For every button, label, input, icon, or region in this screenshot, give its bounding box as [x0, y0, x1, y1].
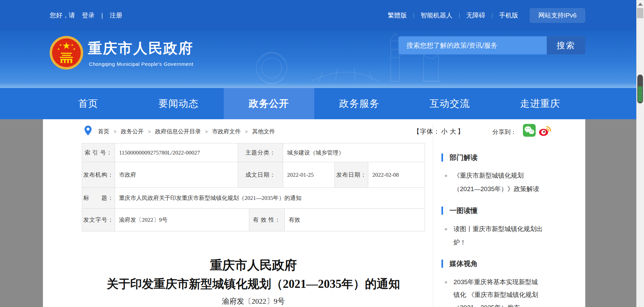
- national-emblem-logo[interactable]: ★ ★ ★ ★: [49, 36, 84, 70]
- scrollbar-thumb[interactable]: [637, 8, 643, 18]
- main-nav-items: 首页 要闻动态 政务公开 政务服务 互动交流 走进重庆: [43, 88, 585, 119]
- sidebar-link-policy-interpretation[interactable]: （2021—2035年）》政策解读: [453, 182, 539, 196]
- scrollbar-track[interactable]: [636, 0, 644, 307]
- breadcrumb-info-catalog[interactable]: 政府信息公开目录: [155, 128, 201, 135]
- font-size-widget: 【字体：小大】: [413, 127, 464, 136]
- scroll-indicator-stripes: [638, 87, 642, 102]
- meta-label-doc-number: 发文字号：: [82, 209, 115, 231]
- meta-value-written-date: 2022-01-25: [283, 162, 335, 187]
- accessibility-link[interactable]: 无障碍: [466, 11, 485, 20]
- bullet-dot: [445, 281, 447, 283]
- breadcrumb-separator: >: [114, 129, 116, 134]
- greeting-text: 您好，请: [50, 11, 75, 20]
- sidebar-link-policy-interpretation[interactable]: 《重庆市新型城镇化规划: [453, 169, 524, 182]
- sidebar-link-infographic[interactable]: 读图丨重庆市新型城镇化规划出: [453, 222, 543, 236]
- meta-label-topic: 主题分类：: [238, 143, 283, 162]
- doc-meta-table: 索 引 号： 11500000009275780L/2022-00027 主题分…: [82, 143, 425, 231]
- table-row: 标 题： 重庆市人民政府关于印发重庆市新型城镇化规划（2021—2035年）的通…: [82, 188, 425, 209]
- sidebar-link-media-article[interactable]: 2035年重庆将基本实现新型城: [453, 275, 538, 289]
- meta-label-title: 标 题：: [82, 188, 115, 208]
- breadcrumb-city-gov-docs[interactable]: 市政府文件: [212, 128, 241, 135]
- meta-label-index-no: 索 引 号：: [82, 143, 115, 162]
- meta-value-issuer: 市政府: [115, 162, 238, 187]
- scroll-indicator-capsule[interactable]: [637, 75, 643, 103]
- font-smaller-button[interactable]: 小: [441, 128, 448, 135]
- meta-value-title: 重庆市人民政府关于印发重庆市新型城镇化规划（2021—2035年）的通知: [115, 188, 425, 208]
- breadcrumb: 首页 > 政务公开 > 政府信息公开目录 > 市政府文件 > 其他文件: [98, 128, 275, 135]
- bullet-dot: [445, 175, 447, 177]
- nav-item-interaction[interactable]: 互动交流: [405, 88, 495, 119]
- main-nav: 首页 要闻动态 政务公开 政务服务 互动交流 走进重庆: [0, 88, 636, 119]
- login-link[interactable]: 登录: [82, 11, 95, 20]
- site-search: 搜索: [398, 36, 585, 54]
- breadcrumb-separator: >: [148, 129, 151, 134]
- login-register-divider: |: [101, 12, 103, 19]
- breadcrumb-home[interactable]: 首页: [98, 128, 109, 135]
- sidebar-link-media-article[interactable]: （2021—2035年）发布: [453, 301, 520, 307]
- site-subtitle-en: Chongqing Municipal People's Government: [89, 61, 193, 67]
- table-row: 索 引 号： 11500000009275780L/2022-00027 主题分…: [82, 143, 425, 162]
- breadcrumb-separator: >: [245, 129, 248, 134]
- meta-value-topic: 城乡建设（城乡管理）: [283, 143, 425, 162]
- nav-item-home[interactable]: 首页: [43, 88, 133, 119]
- weibo-share-icon[interactable]: [538, 124, 551, 137]
- smart-robot-link[interactable]: 智能机器人: [421, 11, 452, 20]
- nav-item-news[interactable]: 要闻动态: [133, 88, 224, 119]
- breadcrumb-separator: >: [205, 129, 208, 134]
- meta-label-publish-date: 发布日期：: [335, 162, 368, 187]
- table-row: 发文字号： 渝府发〔2022〕9号 有 效 性： 有效: [82, 209, 425, 231]
- document-title: 关于印发重庆市新型城镇化规划（2021—2035年）的通知: [82, 276, 425, 292]
- section-accent-bar: [441, 207, 443, 215]
- document-org-line: 重庆市人民政府: [82, 258, 425, 273]
- search-input[interactable]: [398, 36, 547, 54]
- sidebar-link-infographic[interactable]: 炉！: [453, 236, 466, 249]
- svg-text:★: ★: [73, 47, 75, 51]
- meta-value-validity: 有效: [285, 209, 425, 231]
- search-button[interactable]: 搜索: [547, 36, 585, 54]
- table-row: 发布机构： 市政府 成文日期： 2022-01-25 发布日期： 2022-02…: [82, 162, 425, 188]
- svg-text:★: ★: [57, 47, 60, 51]
- sidebar-heading-media-view[interactable]: 媒体视角: [449, 260, 478, 268]
- divider: [492, 13, 492, 18]
- sidebar-heading-dept-interpretation[interactable]: 部门解读: [449, 154, 478, 162]
- meta-value-doc-number: 渝府发〔2022〕9号: [115, 209, 249, 231]
- topbar-account-area: 您好，请 登录 | 注册: [50, 11, 122, 20]
- divider: [414, 13, 414, 18]
- meta-value-publish-date: 2022-02-08: [368, 162, 425, 187]
- location-pin-icon: [84, 125, 92, 136]
- topbar: 您好，请 登录 | 注册 繁體版 智能机器人 无障碍 手机版 网站支持IPv6: [0, 0, 636, 31]
- sidebar-heading-infographic[interactable]: 一图读懂: [449, 207, 478, 215]
- section-accent-bar: [441, 154, 443, 162]
- bullet-dot: [445, 228, 447, 230]
- meta-value-index-no: 11500000009275780L/2022-00027: [115, 143, 238, 162]
- topbar-links: 繁體版 智能机器人 无障碍 手机版 网站支持IPv6: [381, 8, 585, 23]
- scrollbar-up-button[interactable]: [638, 3, 643, 6]
- breadcrumb-other-docs[interactable]: 其他文件: [252, 128, 275, 135]
- svg-text:★: ★: [59, 43, 62, 47]
- traditional-chinese-link[interactable]: 繁體版: [388, 11, 407, 20]
- font-size-label-close: 】: [458, 128, 464, 135]
- meta-label-validity: 有 效 性：: [249, 209, 285, 231]
- svg-text:★: ★: [71, 43, 73, 47]
- share-label: 分享到：: [492, 128, 517, 136]
- divider: [459, 13, 460, 18]
- meta-label-written-date: 成文日期：: [238, 162, 283, 187]
- register-link[interactable]: 注册: [110, 11, 122, 20]
- meta-label-issuer: 发布机构：: [82, 162, 115, 187]
- sidebar-link-media-article[interactable]: 镇化 《重庆市新型城镇化规划: [453, 288, 538, 302]
- font-larger-button[interactable]: 大: [450, 128, 457, 135]
- browser-viewport: 您好，请 登录 | 注册 繁體版 智能机器人 无障碍 手机版 网站支持IPv6: [0, 0, 644, 307]
- ipv6-badge[interactable]: 网站支持IPv6: [530, 8, 585, 23]
- breadcrumb-gov-disclosure[interactable]: 政务公开: [121, 128, 144, 135]
- wechat-share-icon[interactable]: [523, 124, 536, 137]
- site-title[interactable]: 重庆市人民政府: [88, 40, 194, 56]
- font-size-label: 【字体：: [413, 128, 440, 135]
- sidebar-divider: [433, 124, 433, 307]
- document-number: 渝府发〔2022〕9号: [82, 296, 425, 306]
- section-accent-bar: [441, 260, 443, 268]
- nav-item-gov-disclosure[interactable]: 政务公开: [224, 88, 314, 119]
- nav-item-gov-services[interactable]: 政务服务: [314, 88, 405, 119]
- mobile-version-link[interactable]: 手机版: [499, 11, 518, 20]
- nav-item-about-chongqing[interactable]: 走进重庆: [495, 88, 586, 119]
